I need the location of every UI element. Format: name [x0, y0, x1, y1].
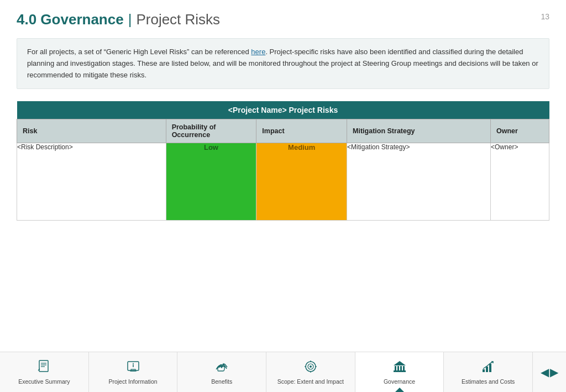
svg-rect-19 — [397, 366, 399, 370]
table-column-headers: Risk Probability of Occurrence Impact Mi… — [17, 119, 549, 143]
table-title-row: <Project Name> Project Risks — [17, 101, 549, 119]
title-separator: | — [128, 11, 132, 28]
nav-label-benefits: Benefits — [211, 378, 232, 385]
info-text-before-link: For all projects, a set of “Generic High… — [27, 48, 251, 56]
nav-item-governance[interactable]: Governance — [355, 352, 444, 392]
nav-item-estimates[interactable]: Estimates and Costs — [444, 352, 533, 392]
col-header-probability: Probability of Occurrence — [166, 119, 256, 143]
nav-label-executive-summary: Executive Summary — [18, 378, 70, 385]
benefits-icon — [214, 359, 229, 376]
svg-rect-18 — [395, 366, 396, 370]
nav-item-benefits[interactable]: Benefits — [177, 352, 266, 392]
col-header-risk: Risk — [17, 119, 166, 143]
table-title: <Project Name> Project Risks — [17, 101, 549, 119]
svg-rect-21 — [403, 366, 405, 370]
main-content: 13 4.0 Governance | Project Risks For al… — [0, 0, 566, 352]
nav-arrow-buttons: ◀ ▶ — [541, 365, 558, 379]
svg-rect-0 — [39, 360, 48, 372]
svg-marker-22 — [394, 361, 406, 365]
page-number: 13 — [541, 12, 549, 21]
svg-point-12 — [310, 365, 312, 368]
estimates-icon — [481, 359, 495, 376]
page-title: 4.0 Governance | Project Risks — [17, 11, 549, 28]
svg-rect-24 — [486, 367, 488, 372]
scope-icon — [303, 359, 318, 376]
cell-risk-description: <Risk Description> — [17, 143, 166, 221]
executive-summary-icon — [37, 359, 51, 376]
svg-rect-25 — [489, 364, 491, 372]
prev-arrow-button[interactable]: ◀ — [541, 365, 549, 379]
col-header-impact: Impact — [256, 119, 347, 143]
cell-mitigation: <Mitigation Strategy> — [347, 143, 491, 221]
governance-icon — [392, 359, 407, 376]
nav-label-project-information: Project Information — [108, 378, 157, 385]
nav-item-project-information[interactable]: Project Information — [89, 352, 178, 392]
svg-rect-23 — [483, 369, 485, 372]
nav-label-scope: Scope: Extent and Impact — [277, 378, 344, 385]
info-box: For all projects, a set of “Generic High… — [17, 38, 549, 89]
svg-point-9 — [133, 363, 134, 364]
nav-label-estimates: Estimates and Costs — [462, 378, 515, 385]
nav-item-executive-summary[interactable]: Executive Summary — [0, 352, 89, 392]
cell-owner: <Owner> — [491, 143, 549, 221]
table-row: <Risk Description> Low Medium <Mitigatio… — [17, 143, 549, 221]
svg-rect-20 — [400, 366, 402, 370]
title-light: Project Risks — [136, 11, 220, 28]
next-arrow-button[interactable]: ▶ — [550, 365, 558, 379]
risks-table: <Project Name> Project Risks Risk Probab… — [17, 101, 549, 221]
bottom-nav: Executive Summary Project Information — [0, 352, 566, 392]
project-information-icon — [126, 359, 140, 376]
col-header-owner: Owner — [491, 119, 549, 143]
cell-impact: Medium — [256, 143, 347, 221]
here-link[interactable]: here — [251, 48, 265, 56]
nav-item-scope[interactable]: Scope: Extent and Impact — [266, 352, 355, 392]
cell-probability: Low — [166, 143, 256, 221]
svg-rect-17 — [394, 370, 406, 372]
col-header-mitigation: Mitigation Strategy — [347, 119, 491, 143]
nav-arrows[interactable]: ◀ ▶ — [533, 352, 566, 392]
nav-label-governance: Governance — [384, 378, 415, 385]
title-bold: 4.0 Governance — [17, 11, 124, 28]
